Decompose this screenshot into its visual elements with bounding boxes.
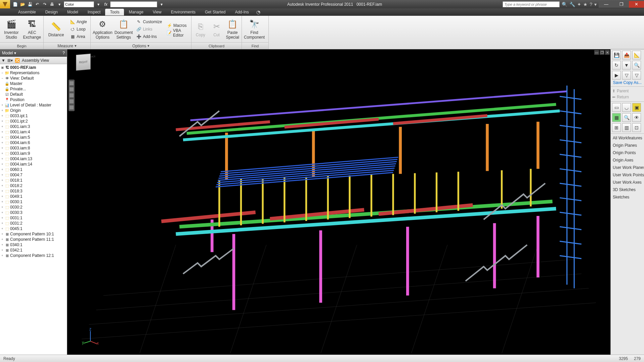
fx-icon[interactable]: fx (103, 1, 109, 7)
tree-node[interactable]: +⬚0060:1 (0, 167, 67, 172)
binoculars-icon[interactable]: 🔍 (562, 2, 567, 7)
help-icon[interactable]: ? (590, 2, 592, 7)
tool9-icon[interactable]: ⊡ (632, 123, 641, 132)
maximize-button[interactable]: ❐ (614, 1, 629, 8)
help-drop-icon[interactable]: ▾ (594, 2, 597, 7)
area-button[interactable]: ▦Area (70, 33, 87, 40)
angle-button[interactable]: 📐Angle (70, 18, 87, 25)
zoom-icon[interactable]: 🔍 (632, 61, 641, 70)
view-toggle-icon[interactable]: 🔀 (15, 58, 20, 63)
tree-node[interactable]: +⬚0031:2 (0, 221, 67, 226)
aec-exchange-button[interactable]: 🏗 AEC Exchange (23, 19, 42, 40)
tree-node[interactable]: +⬚0033.ipt:1 (0, 113, 67, 119)
workfeature-item[interactable]: Sketches (611, 193, 644, 201)
tree-node[interactable]: +⊞Component Pattern 11:1 (0, 237, 67, 242)
tab-tools[interactable]: Tools (105, 9, 124, 15)
export-icon[interactable]: 📤 (622, 51, 631, 59)
fx-drop-icon[interactable]: ▾ (159, 1, 165, 7)
tree-node[interactable]: +⬚0004.iam:6 (0, 140, 67, 145)
minimize-button[interactable]: — (599, 1, 614, 8)
comm-icon[interactable]: ✦ (577, 2, 581, 7)
tool1-icon[interactable]: ▭ (612, 103, 621, 112)
workfeature-item[interactable]: Origin Axes (611, 156, 644, 164)
links-button[interactable]: 🔗Links (136, 26, 162, 33)
undo-icon[interactable]: ↶ (34, 1, 40, 7)
tool5-icon[interactable]: 🔍 (622, 113, 631, 122)
workfeature-item[interactable]: User Work Axes (611, 179, 644, 186)
workfeature-item[interactable]: Origin Points (611, 149, 644, 156)
tree-node[interactable]: +⬚0030:3 (0, 210, 67, 215)
tree-node[interactable]: +⬚0030:1 (0, 199, 67, 205)
open-icon[interactable]: 📂 (19, 1, 26, 7)
tabs-overflow-icon[interactable]: ◔ (256, 9, 260, 15)
tool3-icon[interactable]: ▣ (632, 103, 641, 112)
vba-button[interactable]: 📝VBA Editor (167, 30, 188, 36)
search-input[interactable] (503, 1, 560, 7)
tree-node[interactable]: ☑Default (0, 92, 67, 97)
tree-node[interactable]: +📁Origin (0, 108, 67, 113)
tree-node[interactable]: +⬚0018:1 (0, 178, 67, 183)
next-icon[interactable]: ▶ (612, 71, 621, 80)
tree-node[interactable]: +⬚0003.iam:8 (0, 145, 67, 151)
tree-node[interactable]: −👁View: Default (0, 76, 67, 81)
close-button[interactable]: ✕ (629, 1, 644, 8)
inventor-studio-button[interactable]: 🎬 Inventor Studio (2, 19, 21, 40)
tree-node[interactable]: +⊞Component Pattern 12:1 (0, 253, 67, 258)
tree-node[interactable]: ▣🏗0001-REF.iam (0, 65, 67, 70)
app-menu-button[interactable] (0, 0, 10, 8)
tree-node[interactable]: +⬚0004.iam:14 (0, 162, 67, 167)
tree-node[interactable]: +⬚0018:2 (0, 183, 67, 188)
tree-node[interactable]: +⬚0001.iam:3 (0, 124, 67, 129)
loop-button[interactable]: ⭯Loop (70, 26, 87, 33)
assembly-view-label[interactable]: Assembly View (22, 58, 49, 63)
tree-node[interactable]: 🔒Master (0, 81, 67, 86)
tab-getstarted[interactable]: Get Started (200, 9, 230, 15)
tree-node[interactable]: +⬚0001.ipt:2 (0, 119, 67, 124)
dwg-icon[interactable]: 📐 (632, 51, 641, 59)
filter-icon[interactable]: ▼ (1, 58, 5, 63)
panel-options-label[interactable]: Options ▾ (91, 42, 191, 49)
tree-node[interactable]: +⬚0045:1 (0, 226, 67, 231)
filter4-icon[interactable]: ▽ (632, 71, 641, 80)
distance-button[interactable]: 📏 Distance (46, 21, 67, 37)
tab-model[interactable]: Model (62, 9, 83, 15)
tool7-icon[interactable]: ⊞ (612, 123, 621, 132)
tree-node[interactable]: +⬚0004:7 (0, 172, 67, 178)
qat-dropdown-icon[interactable]: ▾ (56, 1, 62, 7)
color-combo[interactable] (64, 1, 94, 7)
tool4-icon[interactable]: ▦ (612, 113, 621, 122)
workfeature-item[interactable]: User Work Points (611, 171, 644, 179)
filter3-icon[interactable]: ▽ (622, 71, 631, 80)
browser-help-icon[interactable]: ? (62, 51, 65, 55)
tree-node[interactable]: +⬚0049:1 (0, 194, 67, 199)
paste-special-button[interactable]: 📋 Paste Special (225, 19, 240, 40)
tree-node[interactable]: 🔒Private... (0, 86, 67, 92)
macros-button[interactable]: ⚡Macros (167, 22, 188, 29)
tree-tool-icon[interactable]: ⊞▾ (7, 58, 13, 63)
tree-node[interactable]: 📍Position (0, 97, 67, 102)
workfeature-item[interactable]: 3D Sketches (611, 186, 644, 193)
panel-measure-label[interactable]: Measure ▾ (44, 42, 90, 49)
browser-header[interactable]: Model ▾ ? (0, 49, 67, 57)
tab-environments[interactable]: Environments (166, 9, 200, 15)
tool8-icon[interactable]: ▥ (622, 123, 631, 132)
tree-node[interactable]: +⬚0031:1 (0, 215, 67, 221)
save-copy-as-link[interactable]: Save Copy As... (612, 80, 643, 85)
tab-addins[interactable]: Add-Ins (230, 9, 253, 15)
browser-tree[interactable]: ▣🏗0001-REF.iam−📁Representations−👁View: D… (0, 64, 67, 355)
workfeature-item[interactable]: All Workfeatures (611, 134, 644, 142)
tree-node[interactable]: +⬚0003.iam:9 (0, 151, 67, 156)
tab-inspect[interactable]: Inspect (83, 9, 105, 15)
tree-node[interactable]: +⬚0018:3 (0, 188, 67, 194)
tree-node[interactable]: +📊Level of Detail : Master (0, 102, 67, 108)
tree-node[interactable]: +⊞0342:1 (0, 247, 67, 253)
tab-assemble[interactable]: Assemble (13, 9, 41, 15)
save-icon[interactable]: 💾 (612, 51, 621, 59)
doc-settings-button[interactable]: 📋 Document Settings (115, 19, 133, 40)
tree-node[interactable]: +⊞0340:1 (0, 242, 67, 247)
tab-view[interactable]: View (148, 9, 166, 15)
workfeature-item[interactable]: User Work Planes (611, 164, 644, 171)
addins-button[interactable]: ➕Add-Ins (136, 33, 162, 40)
new-icon[interactable]: 📄 (12, 1, 18, 7)
fx-input[interactable] (110, 1, 157, 7)
